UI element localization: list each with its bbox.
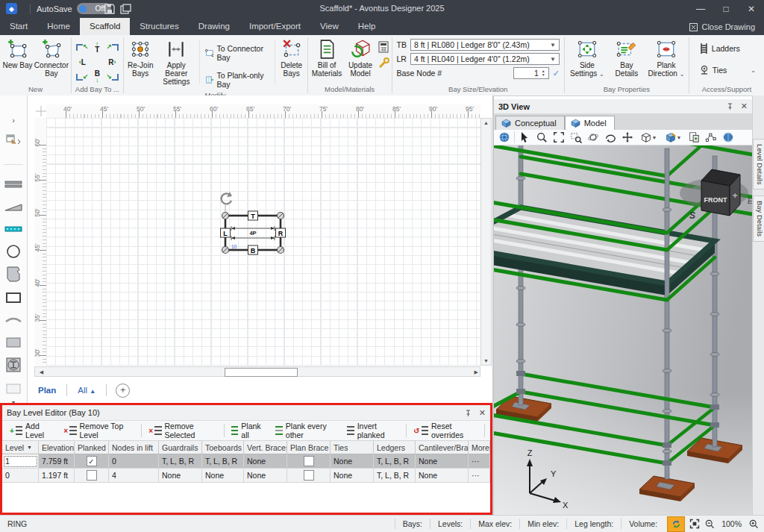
zoom-extents-icon[interactable] bbox=[551, 131, 566, 144]
cell-more[interactable]: ··· bbox=[469, 469, 490, 483]
tool-wedge-icon[interactable] bbox=[4, 200, 23, 213]
cell-vert-braces[interactable]: None bbox=[244, 469, 287, 483]
plank-direction-button[interactable]: Plank Direction ⌄ bbox=[646, 38, 686, 79]
zoom-out-icon[interactable] bbox=[702, 517, 717, 531]
reset-overrides-button[interactable]: ↺Reset overrides bbox=[409, 419, 482, 442]
tab-scaffold[interactable]: Scaffold bbox=[80, 18, 130, 35]
col-level[interactable]: Level▼ bbox=[2, 441, 39, 454]
col-planked[interactable]: Planked bbox=[75, 441, 109, 454]
tool-circle-icon[interactable] bbox=[4, 245, 23, 258]
cell-nodes-in-lift[interactable]: 4 bbox=[109, 469, 159, 483]
add-bay-bottom-right-button[interactable]: ↘ bbox=[104, 69, 119, 84]
navigation-sphere-icon[interactable] bbox=[497, 131, 512, 144]
zoom-level-label[interactable]: 100% bbox=[717, 519, 746, 528]
tab-conceptual[interactable]: Conceptual bbox=[495, 116, 565, 130]
maximize-button[interactable]: □ bbox=[713, 0, 739, 17]
cell-plan-brace[interactable] bbox=[287, 454, 331, 469]
lr-ledger-select[interactable]: 4 ft | RL040 | Ledger 4'0" (1.22m)▼ bbox=[410, 53, 560, 65]
tool-dashed-line-icon[interactable] bbox=[4, 222, 23, 236]
minimize-button[interactable]: — bbox=[688, 0, 713, 17]
remove-top-level-button[interactable]: ×Remove Top Level bbox=[59, 419, 139, 442]
refresh-stats-button[interactable] bbox=[667, 516, 685, 532]
scroll-down-arrow-icon[interactable]: ▼ bbox=[481, 358, 491, 363]
cell-vert-braces[interactable]: None bbox=[244, 454, 287, 469]
add-bay-top-button[interactable]: ↑T bbox=[90, 40, 104, 54]
add-bay-right-button[interactable]: R› bbox=[104, 54, 119, 69]
col-cantilever[interactable]: Cantilever/Brack... bbox=[416, 441, 469, 454]
tool-steel-section-icon[interactable] bbox=[4, 358, 23, 372]
col-toeboards[interactable]: Toeboards bbox=[202, 441, 244, 454]
settings-wrench-icon[interactable] bbox=[378, 57, 389, 69]
col-plan-brace[interactable]: Plan Brace bbox=[287, 441, 331, 454]
cell-cantilever[interactable]: None bbox=[416, 454, 469, 469]
apply-bearer-settings-button[interactable]: Apply Bearer Settings bbox=[157, 38, 196, 87]
connector-bay-button[interactable]: Connector Bay bbox=[34, 38, 69, 78]
plan-brace-checkbox[interactable] bbox=[304, 470, 314, 481]
col-ties[interactable]: Ties bbox=[331, 441, 374, 454]
cell-cantilever[interactable]: None bbox=[416, 469, 469, 483]
panel-close-icon[interactable]: ✕ bbox=[479, 408, 486, 418]
render-sphere-icon[interactable] bbox=[721, 131, 736, 144]
col-vert-braces[interactable]: Vert. Braces bbox=[244, 441, 287, 454]
base-node-input[interactable]: 1 ▲▼ bbox=[513, 67, 549, 79]
add-level-button[interactable]: +Add Level bbox=[5, 419, 59, 442]
tab-drawing[interactable]: Drawing bbox=[189, 18, 239, 35]
cell-planked[interactable] bbox=[75, 469, 109, 483]
edit-nodes-icon[interactable] bbox=[704, 131, 718, 144]
level-details-tab[interactable]: Level Details bbox=[753, 139, 764, 190]
tab-help[interactable]: Help bbox=[348, 18, 386, 35]
delete-bays-button[interactable]: Delete Bays bbox=[278, 38, 305, 78]
selected-bay-plan[interactable]: 4P 10 T B L R bbox=[215, 189, 297, 260]
3d-viewport[interactable]: FRONT ✛ S E Z Y X bbox=[494, 145, 752, 515]
plank-every-other-button[interactable]: Plank every other bbox=[271, 419, 342, 442]
invert-planked-button[interactable]: Invert planked bbox=[342, 419, 404, 442]
canvas-vertical-scrollbar[interactable]: ▲ ▼ bbox=[480, 118, 492, 366]
to-connector-bay-button[interactable]: To Connector Bay bbox=[203, 43, 272, 63]
cell-toeboards[interactable]: None bbox=[202, 469, 244, 483]
cell-plan-brace[interactable] bbox=[287, 469, 331, 483]
cell-guardrails[interactable]: None bbox=[159, 469, 202, 483]
to-plank-only-bay-button[interactable]: To Plank-only Bay bbox=[203, 69, 272, 90]
cell-ledgers[interactable]: T, L, B, R bbox=[374, 469, 416, 483]
estimate-calculator-icon[interactable] bbox=[378, 41, 389, 53]
render-style-dropdown[interactable]: ▼ bbox=[662, 131, 684, 144]
tab-model[interactable]: Model bbox=[565, 116, 615, 130]
cell-ties[interactable]: None bbox=[331, 454, 374, 469]
tool-arc-icon[interactable] bbox=[4, 313, 23, 327]
scroll-left-arrow-icon[interactable]: ◀ bbox=[37, 369, 46, 375]
ties-dropdown-chevron-icon[interactable]: ⌄ bbox=[751, 67, 756, 74]
zoom-window-icon[interactable] bbox=[569, 131, 583, 144]
close-drawing-button[interactable]: Close Drawing bbox=[689, 22, 764, 35]
cell-toeboards[interactable]: T, L, B, R bbox=[202, 454, 244, 469]
level-row-1[interactable]: 1 7.759 ft ✓ 0 T, L, B, R T, L, B, R Non… bbox=[2, 454, 490, 469]
canvas-horizontal-scrollbar[interactable]: ◀ ▶ bbox=[34, 366, 480, 377]
rejoin-bays-button[interactable]: Re-Join Bays bbox=[126, 38, 155, 78]
col-nodes-in-lift[interactable]: Nodes in lift bbox=[109, 441, 159, 454]
col-ledgers[interactable]: Ledgers bbox=[374, 441, 416, 454]
cell-nodes-in-lift[interactable]: 0 bbox=[109, 454, 159, 469]
level-row-0[interactable]: 0 1.197 ft 4 None None None None T, L, B… bbox=[2, 469, 490, 483]
palette-expand-chevron-icon[interactable]: › bbox=[4, 113, 23, 127]
app-logo-icon[interactable]: ◆ bbox=[6, 3, 17, 14]
bill-of-materials-button[interactable]: Bill of Materials bbox=[310, 38, 344, 78]
save-as-icon[interactable] bbox=[120, 4, 131, 14]
zoom-fit-icon[interactable] bbox=[687, 517, 702, 531]
remove-selected-button[interactable]: ×Remove Selected bbox=[144, 419, 222, 442]
cell-ledgers[interactable]: T, L, B, R bbox=[374, 454, 416, 469]
cell-more[interactable]: ··· bbox=[469, 454, 490, 469]
tool-rectangle-icon[interactable] bbox=[4, 291, 23, 304]
close-button[interactable]: ✕ bbox=[739, 0, 764, 17]
tab-import-export[interactable]: Import/Export bbox=[239, 18, 310, 35]
tool-polygon-icon[interactable] bbox=[4, 267, 23, 281]
pan-icon[interactable] bbox=[620, 131, 635, 144]
save-icon[interactable] bbox=[104, 4, 115, 14]
bay-details-tab[interactable]: Bay Details bbox=[753, 195, 764, 242]
cell-elevation[interactable]: 7.759 ft bbox=[39, 454, 75, 469]
sheet-tab-all[interactable]: All ▲ bbox=[67, 386, 106, 395]
tab-home[interactable]: Home bbox=[37, 18, 80, 35]
tool-filled-rect-icon[interactable] bbox=[4, 336, 23, 349]
panel-close-icon[interactable]: ✕ bbox=[741, 101, 748, 111]
planked-checkbox[interactable]: ✓ bbox=[87, 456, 97, 466]
cell-ties[interactable]: None bbox=[331, 469, 374, 483]
cell-guardrails[interactable]: T, L, B, R bbox=[159, 454, 202, 469]
